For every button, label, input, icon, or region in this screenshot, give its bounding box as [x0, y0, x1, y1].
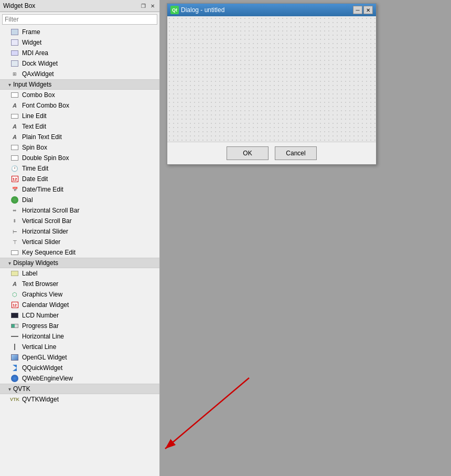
- spin-box-icon: [10, 143, 19, 152]
- widget-item-label: Graphics View: [22, 291, 62, 298]
- svg-line-1: [165, 378, 249, 449]
- label-icon: [10, 269, 19, 278]
- webengine-icon: [10, 374, 19, 383]
- ok-button[interactable]: OK: [227, 146, 269, 160]
- widget-item-label: Spin Box: [22, 144, 47, 151]
- calendar-icon: 12: [10, 301, 19, 309]
- progress-bar-icon: [10, 322, 19, 330]
- list-item[interactable]: VTK QVTKWidget: [0, 394, 159, 405]
- section-arrow: ▾: [8, 260, 11, 266]
- dock-icon: [10, 59, 19, 68]
- lcd-icon: [10, 311, 19, 320]
- qquick-icon: [10, 364, 19, 372]
- widget-item-label: Progress Bar: [22, 322, 59, 330]
- widget-item-label: Frame: [22, 28, 40, 36]
- widget-item-label: Vertical Slider: [22, 238, 60, 246]
- list-item[interactable]: ⊤ Vertical Slider: [0, 237, 159, 247]
- list-item[interactable]: A Font Combo Box: [0, 100, 159, 111]
- list-item[interactable]: A Text Edit: [0, 121, 159, 132]
- widget-item-label: QQuickWidget: [22, 364, 62, 372]
- list-item[interactable]: Double Spin Box: [0, 153, 159, 163]
- list-item[interactable]: ⊞ QAxWidget: [0, 69, 159, 79]
- list-item[interactable]: Vertical Line: [0, 342, 159, 352]
- qt-logo: Qt: [170, 6, 179, 14]
- widget-box-title: Widget Box: [3, 2, 35, 9]
- combo-icon: [10, 91, 19, 99]
- hscrollbar-icon: ⬌: [10, 206, 19, 215]
- font-combo-icon: A: [10, 101, 19, 110]
- list-item[interactable]: QWebEngineView: [0, 373, 159, 384]
- list-item[interactable]: Frame: [0, 27, 159, 37]
- list-item[interactable]: QQuickWidget: [0, 363, 159, 373]
- dial-icon: [10, 196, 19, 204]
- list-item[interactable]: ⊢ Horizontal Slider: [0, 226, 159, 237]
- time-edit-icon: 🕐: [10, 164, 19, 173]
- section-arrow: ▾: [8, 82, 11, 88]
- list-item[interactable]: 12 Calendar Widget: [0, 300, 159, 310]
- section-arrow: ▾: [8, 386, 11, 392]
- list-item[interactable]: OpenGL Widget: [0, 352, 159, 363]
- list-item[interactable]: ⬡ Graphics View: [0, 289, 159, 300]
- dialog-minimize-btn[interactable]: ─: [353, 6, 362, 14]
- vscrollbar-icon: ⬍: [10, 217, 19, 225]
- widget-item-label: LCD Number: [22, 312, 59, 319]
- widget-item-label: Text Browser: [22, 280, 58, 288]
- plain-text-icon: A: [10, 133, 19, 141]
- dialog-titlebar-left: Qt Dialog - untitled: [170, 6, 224, 14]
- section-header-qvtk[interactable]: ▾ QVTK: [0, 384, 159, 394]
- list-item[interactable]: A Plain Text Edit: [0, 132, 159, 142]
- list-item[interactable]: Dock Widget: [0, 58, 159, 69]
- list-item[interactable]: Widget: [0, 37, 159, 48]
- widget-item-label: Double Spin Box: [22, 154, 69, 162]
- widget-icon: [10, 38, 19, 47]
- list-item[interactable]: ⬌ Horizontal Scroll Bar: [0, 205, 159, 216]
- widget-item-label: Text Edit: [22, 123, 46, 130]
- cancel-button[interactable]: Cancel: [275, 146, 317, 160]
- dialog-titlebar: Qt Dialog - untitled ─ ✕: [167, 4, 376, 16]
- list-item[interactable]: ⬍ Vertical Scroll Bar: [0, 216, 159, 226]
- widget-item-label: Line Edit: [22, 112, 47, 120]
- list-item[interactable]: Spin Box: [0, 142, 159, 153]
- list-item[interactable]: LCD Number: [0, 310, 159, 321]
- widget-box-restore-btn[interactable]: ❐: [139, 2, 147, 9]
- widget-item-label: MDI Area: [22, 49, 48, 57]
- widget-item-label: Widget: [22, 39, 41, 46]
- widget-item-label: Date/Time Edit: [22, 186, 63, 193]
- qvtk-icon: VTK: [10, 395, 19, 404]
- list-item[interactable]: Combo Box: [0, 90, 159, 100]
- list-item[interactable]: 🕐 Time Edit: [0, 163, 159, 174]
- section-header-display[interactable]: ▾ Display Widgets: [0, 258, 159, 268]
- widget-box-close-btn[interactable]: ✕: [149, 2, 156, 9]
- list-item[interactable]: Horizontal Line: [0, 331, 159, 342]
- list-item[interactable]: Dial: [0, 195, 159, 205]
- hslider-icon: ⊢: [10, 227, 19, 236]
- list-item[interactable]: Label: [0, 268, 159, 279]
- list-item[interactable]: MDI Area: [0, 48, 159, 58]
- dialog-window: Qt Dialog - untitled ─ ✕ OK Cancel: [167, 3, 377, 165]
- widget-box-titlebar-buttons: ❐ ✕: [139, 2, 156, 9]
- filter-input[interactable]: [2, 14, 157, 25]
- list-item[interactable]: Key Sequence Edit: [0, 247, 159, 258]
- dialog-close-btn[interactable]: ✕: [363, 6, 373, 14]
- text-edit-icon: A: [10, 122, 19, 131]
- widget-item-label: Dock Widget: [22, 60, 58, 67]
- widget-item-label: Combo Box: [22, 91, 55, 99]
- section-header-input[interactable]: ▾ Input Widgets: [0, 79, 159, 90]
- widget-item-label: Plain Text Edit: [22, 133, 62, 141]
- widget-list-container[interactable]: Frame Widget MDI Area Dock Widget ⊞ QAxW…: [0, 27, 159, 476]
- opengl-icon: [10, 353, 19, 362]
- list-item[interactable]: Line Edit: [0, 111, 159, 121]
- list-item[interactable]: 12 Date Edit: [0, 174, 159, 184]
- widget-item-label: Horizontal Slider: [22, 228, 68, 235]
- widget-item-label: Dial: [22, 196, 33, 204]
- section-label: Input Widgets: [13, 81, 51, 88]
- widget-item-label: Key Sequence Edit: [22, 249, 76, 256]
- widget-item-label: Vertical Line: [22, 343, 56, 351]
- list-item[interactable]: 📅 Date/Time Edit: [0, 184, 159, 195]
- list-item[interactable]: A Text Browser: [0, 279, 159, 289]
- line-edit-icon: [10, 112, 19, 120]
- widget-item-label: Label: [22, 270, 37, 277]
- list-item[interactable]: Progress Bar: [0, 321, 159, 331]
- datetime-edit-icon: 📅: [10, 185, 19, 194]
- text-browser-icon: A: [10, 280, 19, 288]
